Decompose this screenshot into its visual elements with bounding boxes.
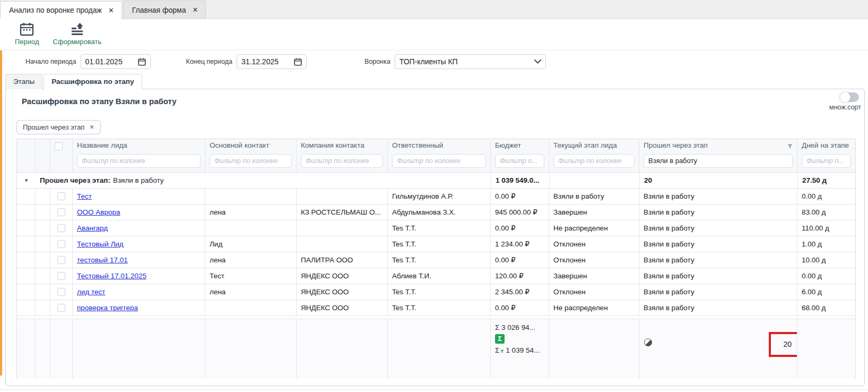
lead-link[interactable]: ООО Аврора (77, 208, 120, 216)
table-row[interactable]: проверка триггера ЯНДЕКС ООО Tes Т.Т. 0.… (17, 300, 855, 316)
contact-cell: Тест (205, 268, 297, 284)
row-checkbox[interactable] (57, 240, 65, 248)
aggregate-mode-icon[interactable] (644, 338, 652, 346)
row-expander-cell (17, 284, 36, 300)
contact-cell: Лид (205, 236, 297, 252)
filter-input-company[interactable] (301, 154, 383, 168)
table-row[interactable]: ООО Аврора лена КЗ РОСТСЕЛЬМАШ О... Абду… (17, 204, 855, 220)
row-checkbox[interactable] (57, 224, 65, 232)
table-row[interactable]: тестовый 17.01 лена ПАЛИТРА ООО Tes Т.Т.… (17, 252, 855, 268)
close-icon[interactable]: ✕ (89, 124, 94, 131)
footer-cell (549, 319, 639, 379)
filter-chip-passed-stage[interactable]: Прошел через этап ✕ (16, 120, 101, 134)
column-header-budget[interactable]: Бюджет (491, 139, 549, 173)
row-checkbox[interactable] (57, 304, 65, 312)
tab-label: Анализ по воронке продаж (9, 6, 102, 14)
lead-link[interactable]: тестовый 17.01 (77, 256, 128, 264)
select-all-checkbox[interactable] (55, 142, 63, 150)
row-spacer-cell (36, 204, 50, 220)
company-cell: ЯНДЕКС ООО (297, 268, 388, 284)
lead-link[interactable]: Авангард (77, 224, 108, 232)
sigma-sum-icon[interactable]: Σ (495, 334, 505, 344)
active-filters-row: Прошел через этап ✕ (6, 119, 864, 139)
table-header-row: Название лида Основной контакт Компания … (17, 139, 855, 173)
close-icon[interactable]: ✕ (193, 6, 198, 14)
lead-link[interactable]: проверка триггера (77, 304, 138, 312)
row-checkbox[interactable] (57, 192, 65, 200)
row-expander-cell (17, 236, 36, 252)
filter-input-days[interactable] (802, 154, 851, 168)
column-header-passed[interactable]: Прошел через этап (639, 139, 797, 173)
filter-input-passed[interactable] (644, 154, 793, 168)
lead-link[interactable]: Тестовый Лид (77, 240, 124, 248)
days-cell: 0.00 д (797, 268, 855, 284)
stage-cell: Отклонен (549, 284, 639, 300)
toolbar: Период Сформировать (0, 19, 868, 50)
generate-button-label: Сформировать (53, 38, 102, 46)
tab-stage-detail[interactable]: Расшифровка по этапу (44, 74, 142, 89)
generate-button[interactable]: Сформировать (53, 22, 102, 46)
footer-cell (797, 319, 855, 379)
row-checkbox[interactable] (57, 272, 65, 280)
column-header-stage[interactable]: Текущий этап лида (549, 139, 639, 173)
row-expander-cell (17, 300, 36, 316)
group-expander-cell[interactable]: ▾ (17, 173, 36, 189)
lead-link[interactable]: лид тест (77, 288, 106, 296)
row-spacer-cell (36, 268, 50, 284)
tab-main-form[interactable]: Главная форма ✕ (123, 1, 206, 19)
table-row[interactable]: Тестовый Лид Лид Tes Т.Т. 1 234.00 ₽ Отк… (17, 236, 855, 252)
row-expander-cell (17, 204, 36, 220)
spacer-column-header (36, 139, 50, 173)
footer-budget-sums[interactable]: Σ 3 026 94... Σ Σ 1 039 54... (491, 319, 549, 379)
active-window-accent-stripe (0, 50, 2, 376)
owner-cell: Tes Т.Т. (388, 284, 491, 300)
table-row[interactable]: Тестовый 17.01.2025 Тест ЯНДЕКС ООО Абли… (17, 268, 855, 284)
owner-cell: Tes Т.Т. (388, 300, 491, 316)
period-button[interactable]: Период (15, 22, 39, 46)
multisort-toggle[interactable] (840, 92, 859, 102)
start-period-input[interactable]: 01.01.2025 (81, 54, 151, 69)
filter-input-stage[interactable] (553, 154, 635, 168)
calendar-icon[interactable] (294, 58, 302, 66)
end-period-input[interactable]: 31.12.2025 (237, 54, 307, 69)
filter-input-budget[interactable] (495, 154, 544, 168)
panel-header: Расшифровка по этапу Взяли в работу множ… (6, 89, 864, 119)
row-checkbox[interactable] (57, 288, 65, 296)
table-row[interactable]: Тест Гильмутдинов А.Р. 0.00 ₽ Взяли в ра… (17, 189, 855, 204)
table-row[interactable]: лид тест лена ЯНДЕКС ООО Tes Т.Т. 2 345.… (17, 284, 855, 300)
filter-input-contact[interactable] (210, 154, 292, 168)
stage-detail-panel: Расшифровка по этапу Взяли в работу множ… (5, 89, 865, 386)
passed-stage-cell: Взяли в работу (639, 268, 797, 284)
table-row[interactable]: Авангард Tes Т.Т. 0.00 ₽ Не распределен … (17, 220, 855, 236)
lead-link[interactable]: Тестовый 17.01.2025 (77, 272, 146, 280)
calendar-icon[interactable] (138, 58, 146, 66)
funnel-label: Воронка (364, 58, 390, 65)
close-icon[interactable]: ✕ (108, 6, 114, 14)
stage-cell: Отклонен (549, 236, 639, 252)
filter-input-owner[interactable] (392, 154, 486, 168)
multisort-label: множ.сорт (829, 104, 861, 111)
funnel-select[interactable]: ТОП-клиенты КП (395, 54, 546, 69)
collapse-arrow-icon[interactable]: ▾ (25, 177, 28, 184)
column-header-owner[interactable]: Ответственный (388, 139, 491, 173)
tab-stages[interactable]: Этапы (5, 74, 42, 89)
start-period-value: 01.01.2025 (85, 57, 123, 66)
column-header-name[interactable]: Название лида (73, 139, 205, 173)
budget-cell: 0.00 ₽ (491, 189, 549, 204)
lead-link[interactable]: Тест (77, 192, 92, 200)
tab-funnel-analysis[interactable]: Анализ по воронке продаж ✕ (0, 1, 122, 19)
tab-label: Главная форма (132, 6, 186, 14)
row-checkbox[interactable] (57, 208, 65, 216)
passed-stage-cell: Взяли в работу (639, 236, 797, 252)
company-cell: ПАЛИТРА ООО (297, 252, 388, 268)
footer-cell (388, 319, 491, 379)
column-header-contact[interactable]: Основной контакт (205, 139, 297, 173)
passed-stage-cell: Взяли в работу (639, 284, 797, 300)
row-checkbox-cell (50, 268, 73, 284)
row-spacer-cell (36, 220, 50, 236)
row-checkbox[interactable] (57, 256, 65, 264)
column-header-days[interactable]: Дней на этапе (797, 139, 855, 173)
column-header-company[interactable]: Компания контакта (297, 139, 388, 173)
group-row[interactable]: ▾ Прошел через этап:Взяли в работу 1 039… (17, 173, 855, 189)
filter-input-name[interactable] (77, 154, 201, 168)
